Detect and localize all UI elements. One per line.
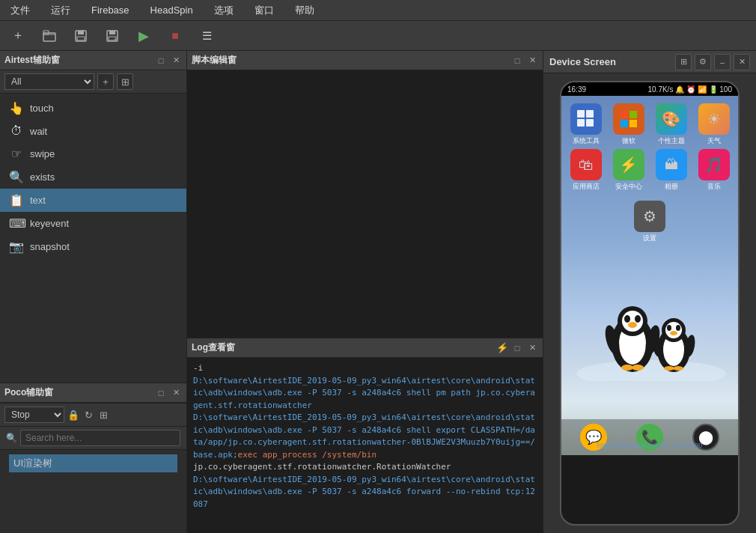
- snapshot-label: snapshot: [30, 241, 70, 252]
- airtest-item-touch[interactable]: 👆 touch: [0, 97, 186, 120]
- app-grid: 系统工具 微软: [561, 96, 738, 198]
- app-gallery-label: 相册: [665, 182, 678, 192]
- poco-minimize-button[interactable]: □: [155, 387, 167, 399]
- app-settings[interactable]: ⚙ 设置: [634, 201, 665, 243]
- poco-panel-controls: □ ✕: [155, 387, 182, 399]
- menu-run[interactable]: 运行: [46, 2, 75, 19]
- poco-close-button[interactable]: ✕: [170, 387, 182, 399]
- menu-button[interactable]: ☰: [196, 25, 217, 46]
- poco-lock-btn[interactable]: 🔒: [67, 409, 79, 421]
- log-panel-title: Log查看窗: [192, 341, 235, 354]
- touch-icon: 👆: [9, 101, 24, 115]
- device-screen-area: 16:39 10.7K/s 🔔 ⏰ 📶 🔋 100: [543, 73, 756, 533]
- phone-status-bar: 16:39 10.7K/s 🔔 ⏰ 📶 🔋 100: [561, 82, 738, 96]
- menu-firebase[interactable]: Firebase: [87, 3, 134, 17]
- log-line-1: -i: [193, 362, 537, 375]
- svg-rect-4: [77, 37, 85, 40]
- menu-window[interactable]: 窗口: [250, 2, 278, 19]
- airtest-toolbar: All + ⊞: [0, 70, 186, 94]
- airtest-filter-select[interactable]: All: [4, 73, 94, 90]
- editor-close-button[interactable]: ✕: [526, 55, 538, 67]
- device-close-btn[interactable]: ✕: [734, 54, 750, 70]
- phone-mockup: 16:39 10.7K/s 🔔 ⏰ 📶 🔋 100: [560, 81, 740, 526]
- editor-minimize-button[interactable]: □: [511, 55, 523, 67]
- airtest-item-wait[interactable]: ⏱ wait: [0, 120, 186, 142]
- airtest-panel-title: Airtest辅助窗: [4, 54, 60, 67]
- airtest-panel-controls: □ ✕: [155, 55, 182, 67]
- airtest-item-text[interactable]: 📋 text: [0, 189, 186, 212]
- svg-point-39: [673, 366, 683, 371]
- menu-file[interactable]: 文件: [6, 2, 34, 19]
- airtest-panel: Airtest辅助窗 □ ✕ All + ⊞ 👆 touch ⏱: [0, 51, 186, 383]
- script-editor-title: 脚本编辑窗: [192, 54, 237, 67]
- poco-panel-title: Poco辅助窗: [4, 386, 53, 399]
- svg-rect-14: [630, 111, 637, 118]
- main-layout: Airtest辅助窗 □ ✕ All + ⊞ 👆 touch ⏱: [0, 51, 756, 533]
- app-system-tools[interactable]: 系统工具: [566, 103, 606, 146]
- poco-tree-item-ui[interactable]: UI渲染树: [9, 454, 177, 472]
- app-gallery[interactable]: 🏔 相册: [651, 149, 691, 192]
- poco-search-bar: 🔍: [0, 427, 186, 450]
- swipe-icon: ☞: [9, 147, 24, 161]
- menu-options[interactable]: 选项: [210, 2, 238, 19]
- app-microsoft-label: 微软: [622, 136, 635, 146]
- app-theme[interactable]: 🎨 个性主题: [651, 103, 691, 146]
- save-as-button[interactable]: +: [102, 25, 123, 46]
- open-button[interactable]: [39, 25, 60, 46]
- airtest-add-btn[interactable]: +: [97, 73, 114, 90]
- poco-search-input[interactable]: [20, 430, 180, 446]
- device-header-buttons: ⊞ ⚙ – ✕: [675, 54, 750, 70]
- run-button[interactable]: ▶: [133, 25, 154, 46]
- editor-area[interactable]: [187, 70, 543, 338]
- touch-label: touch: [30, 103, 54, 114]
- airtest-settings-btn[interactable]: ⊞: [117, 73, 133, 90]
- penguin-area: [561, 246, 738, 381]
- poco-refresh-btn[interactable]: ↻: [82, 409, 94, 421]
- poco-select[interactable]: Stop: [4, 406, 64, 423]
- menu-help[interactable]: 帮助: [290, 2, 319, 19]
- svg-rect-15: [621, 120, 628, 127]
- poco-export-btn[interactable]: ⊞: [97, 409, 109, 421]
- log-minimize-button[interactable]: □: [511, 342, 523, 354]
- svg-point-27: [621, 365, 633, 371]
- stop-button[interactable]: ■: [165, 25, 186, 46]
- svg-rect-3: [78, 31, 84, 34]
- swipe-label: swipe: [30, 148, 55, 159]
- device-minimize-btn[interactable]: –: [714, 54, 731, 70]
- script-editor: 脚本编辑窗 □ ✕: [187, 51, 543, 338]
- device-settings-btn[interactable]: ⚙: [695, 54, 711, 70]
- airtest-item-exists[interactable]: 🔍 exists: [0, 165, 186, 189]
- log-panel-header: Log查看窗 ⚡ □ ✕: [187, 338, 543, 358]
- menu-headspin[interactable]: HeadSpin: [146, 3, 198, 17]
- log-filter-btn[interactable]: ⚡: [496, 342, 508, 354]
- save-button[interactable]: [70, 25, 91, 46]
- airtest-item-swipe[interactable]: ☞ swipe: [0, 142, 186, 165]
- toolbar: ＋ + ▶ ■ ☰: [0, 21, 756, 51]
- airtest-close-button[interactable]: ✕: [170, 55, 182, 67]
- app-music[interactable]: 🎵 音乐: [694, 149, 734, 192]
- app-store[interactable]: 🛍 应用商店: [566, 149, 606, 192]
- log-panel: Log查看窗 ⚡ □ ✕ -i D:\software\AirtestIDE_2…: [187, 338, 543, 533]
- svg-point-38: [664, 366, 674, 371]
- wait-label: wait: [30, 126, 47, 137]
- airtest-item-keyevent[interactable]: ⌨ keyevent: [0, 212, 186, 235]
- log-exec-span: exec app_process /system/bin: [238, 450, 377, 460]
- airtest-item-snapshot[interactable]: 📷 snapshot: [0, 235, 186, 258]
- airtest-minimize-button[interactable]: □: [155, 55, 167, 67]
- phone-screen[interactable]: 系统工具 微软: [561, 96, 738, 455]
- svg-text:+: +: [114, 37, 117, 41]
- add-button[interactable]: ＋: [7, 25, 28, 46]
- device-grid-btn[interactable]: ⊞: [675, 54, 692, 70]
- app-security[interactable]: ⚡ 安全中心: [609, 149, 648, 192]
- app-settings-label: 设置: [643, 234, 656, 243]
- log-line-3: D:\software\AirtestIDE_2019-05-09_py3_wi…: [193, 412, 537, 461]
- device-header: Device Screen ⊞ ⚙ – ✕: [543, 51, 756, 73]
- app-microsoft[interactable]: 微软: [609, 103, 648, 146]
- svg-rect-12: [586, 119, 594, 127]
- svg-point-35: [670, 331, 677, 335]
- poco-panel-header: Poco辅助窗 □ ✕: [0, 383, 186, 403]
- app-weather[interactable]: ☀ 天气: [694, 103, 734, 146]
- svg-point-17: [576, 360, 726, 381]
- text-icon: 📋: [9, 193, 24, 207]
- log-close-button[interactable]: ✕: [526, 342, 538, 354]
